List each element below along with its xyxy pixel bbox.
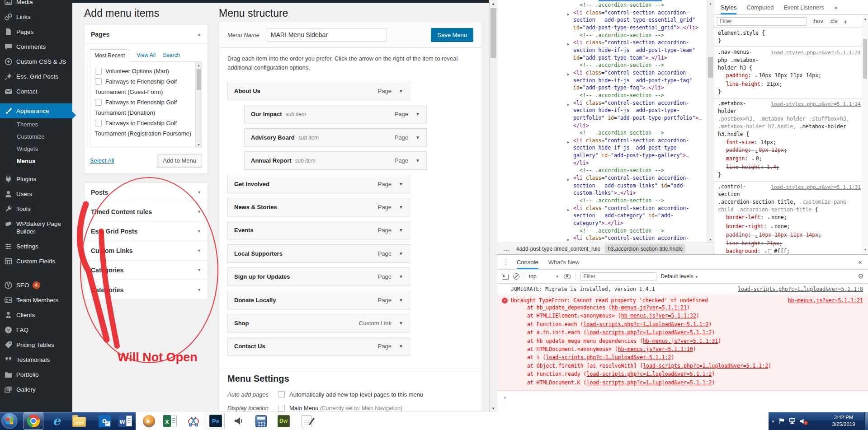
code-line[interactable]: gallery" id="add-post-type-gallery">… bbox=[497, 152, 707, 159]
stylesheet-link[interactable]: load-styles.php…s&ver=5.1.1:31 bbox=[771, 183, 861, 191]
pages-metabox-header[interactable]: Pages ▲ bbox=[85, 25, 208, 44]
menu-item-advisory-board[interactable]: Advisory Boardsub itemPage▼ bbox=[244, 128, 427, 147]
scroll-up-icon[interactable]: ▲ bbox=[707, 0, 714, 6]
metabox-ess-grid-posts[interactable]: Ess. Grid Posts▼ bbox=[85, 222, 208, 241]
console-source-link[interactable]: hb-menus.js?ver=5.1.1:21 bbox=[788, 297, 863, 304]
console-source-link[interactable]: load-scripts.php?c=1…lupload&ver=5.1.1:2 bbox=[587, 329, 712, 336]
sidebar-item-pages[interactable]: Pages bbox=[0, 24, 72, 39]
sidebar-item-clients[interactable]: Clients bbox=[0, 308, 72, 322]
scroll-down-icon[interactable]: ▼ bbox=[707, 236, 714, 243]
code-line[interactable]: </li> bbox=[497, 159, 707, 167]
css-property[interactable]: line-height: 21px; bbox=[718, 240, 860, 248]
css-property[interactable]: line-height: 21px; bbox=[718, 80, 860, 88]
page-checkbox-item[interactable]: Fairways to Friendship Golf Tournament (… bbox=[95, 118, 192, 139]
taskbar-media-player-button[interactable]: ▶ bbox=[140, 412, 158, 430]
breadcrumb-item[interactable]: #add-post-type-timed_content_rule bbox=[514, 244, 603, 253]
css-property[interactable]: margin: ▶0; bbox=[718, 155, 860, 164]
expand-arrow-icon[interactable]: ▶ bbox=[567, 236, 569, 243]
expand-arrow-icon[interactable]: ▶ bbox=[765, 250, 767, 254]
main-menu-checkbox[interactable] bbox=[278, 405, 285, 411]
sidebar-item-settings[interactable]: Settings bbox=[0, 239, 72, 254]
expand-arrow-icon[interactable]: ▼ bbox=[415, 112, 420, 117]
settings-gear-icon[interactable]: ⚙ bbox=[858, 272, 864, 280]
code-line[interactable]: ▶<li class="control-section accordion- bbox=[497, 39, 707, 47]
elements-scrollbar[interactable]: ▲ ▼ bbox=[707, 0, 714, 243]
tab-computed[interactable]: Computed bbox=[746, 0, 774, 14]
tab-styles[interactable]: Styles bbox=[721, 0, 736, 14]
checkbox[interactable] bbox=[95, 78, 102, 85]
taskbar-excel-button[interactable]: x bbox=[161, 412, 179, 430]
menu-item-local-supporters[interactable]: Local SupportersPage▼ bbox=[227, 244, 410, 263]
expand-arrow-icon[interactable]: ▼ bbox=[399, 321, 403, 326]
code-line[interactable]: section hide-if-js add-post-type- bbox=[497, 144, 707, 152]
collapse-arrow-icon[interactable]: ▲ bbox=[197, 32, 201, 37]
metabox-timed-content-rules[interactable]: Timed Content rules▼ bbox=[85, 202, 208, 222]
menu-item-donate-locally[interactable]: Donate LocallyPage▼ bbox=[227, 291, 410, 309]
sidebar-item-pricing-tables[interactable]: Pricing Tables bbox=[0, 337, 72, 352]
menu-item-events[interactable]: EventsPage▼ bbox=[227, 221, 410, 239]
console-filter-input[interactable] bbox=[580, 272, 656, 281]
code-line[interactable]: id="add-post-type-faq">…</li> bbox=[497, 84, 707, 92]
console-source-link[interactable]: load-scripts.php?c=1…lupload&ver=5.1.1:2 bbox=[587, 379, 712, 386]
start-button[interactable] bbox=[1, 413, 18, 429]
code-line[interactable]: ▶<li class="control-section accordion- bbox=[497, 69, 707, 77]
tab-most-recent[interactable]: Most Recent bbox=[90, 49, 129, 62]
scroll-up-icon[interactable]: ▲ bbox=[862, 15, 868, 22]
metabox-posts[interactable]: Posts▼ bbox=[85, 183, 208, 202]
auto-add-checkbox[interactable] bbox=[278, 391, 285, 398]
expand-arrow-icon[interactable]: ▼ bbox=[399, 205, 403, 210]
page-checkbox-item[interactable]: Fairways to Friendship Golf Tournament (… bbox=[95, 97, 192, 118]
taskbar-calculator-button[interactable] bbox=[252, 412, 270, 430]
sidebar-subitem-themes[interactable]: Themes bbox=[0, 118, 72, 131]
execution-context-select[interactable]: top▼ bbox=[529, 273, 559, 280]
dom-tree[interactable]: <!-- .accordion-section -->▶<li class="c… bbox=[497, 0, 707, 243]
code-line[interactable]: ▶<li class="control-section accordion- bbox=[497, 234, 707, 242]
css-property[interactable]: padding: ▶10px 10px 11px 14px; bbox=[718, 72, 860, 80]
sidebar-item-media[interactable]: Media bbox=[0, 0, 72, 9]
taskbar-chrome-button[interactable] bbox=[24, 412, 42, 430]
sidebar-item-plugins[interactable]: Plugins bbox=[0, 172, 72, 187]
expand-arrow-icon[interactable]: ▼ bbox=[197, 229, 201, 234]
log-levels-select[interactable]: Default levels ▼ bbox=[661, 273, 698, 280]
console-source-link[interactable]: load-scripts.php?c=1…lupload&ver=5.1.1:2 bbox=[643, 363, 768, 369]
expand-arrow-icon[interactable]: ▼ bbox=[197, 210, 201, 214]
sidebar-item-faq[interactable]: ?FAQ bbox=[0, 322, 72, 337]
metabox-categories[interactable]: Categories▼ bbox=[85, 261, 208, 280]
code-line[interactable]: <!-- .accordion-section --> bbox=[497, 32, 707, 39]
class-toggle[interactable]: .cls bbox=[829, 18, 838, 24]
sidebar-subitem-widgets[interactable]: Widgets bbox=[0, 143, 72, 155]
expand-arrow-icon[interactable]: ▼ bbox=[197, 268, 201, 272]
code-line[interactable]: section add-post-type-essential_grid" bbox=[497, 16, 707, 24]
menu-name-input[interactable] bbox=[267, 28, 387, 42]
code-line[interactable]: id="add-post-type-team">…</li> bbox=[497, 54, 707, 62]
sidebar-item-comments[interactable]: Comments bbox=[0, 39, 72, 54]
css-property[interactable]: line-height: 1.4; bbox=[718, 164, 860, 171]
expand-arrow-icon[interactable]: ▼ bbox=[399, 251, 403, 256]
expand-arrow-icon[interactable]: ▼ bbox=[399, 344, 403, 349]
scroll-down-icon[interactable]: ▼ bbox=[862, 246, 868, 252]
tab-what-s-new[interactable]: What's New bbox=[548, 255, 580, 269]
code-line[interactable]: section hide-if-js add-post-type-faq" bbox=[497, 77, 707, 84]
tab-search[interactable]: Search bbox=[163, 52, 180, 61]
stylesheet-link[interactable]: load-styles.php…s&ver=5.1.1:24 bbox=[771, 49, 861, 56]
breadcrumb-overflow[interactable]: … bbox=[501, 244, 512, 253]
console-source-link[interactable]: load-scripts.php?c=1…lupload&ver=5.1.1:2 bbox=[546, 354, 671, 360]
live-expression-icon[interactable] bbox=[564, 274, 571, 279]
expand-arrow-icon[interactable]: ▼ bbox=[197, 190, 201, 195]
menu-item-about-us[interactable]: About UsPage▼ bbox=[227, 82, 410, 100]
sidebar-item-team-members[interactable]: Team Members bbox=[0, 293, 72, 308]
sidebar-item-ess-grid-posts[interactable]: Ess. Grid Posts bbox=[0, 69, 72, 84]
code-line[interactable]: section hide-if-js add-post-type- bbox=[497, 107, 707, 114]
checkbox[interactable] bbox=[95, 120, 102, 126]
code-line[interactable]: portfolio" id="add-post-type-portfolio">… bbox=[497, 114, 707, 122]
volume-muted-icon[interactable]: × bbox=[800, 418, 806, 424]
code-line[interactable]: </li> bbox=[497, 122, 707, 130]
sidebar-item-testimonials[interactable]: Testimonials bbox=[0, 352, 72, 367]
code-line[interactable]: section add-category" id="add- bbox=[497, 212, 707, 220]
css-property[interactable]: border-right: ▶none; bbox=[718, 223, 860, 231]
tray-expand-icon[interactable]: ▲ bbox=[771, 419, 775, 423]
code-line[interactable]: <!-- .accordion-section --> bbox=[497, 61, 707, 69]
code-line[interactable]: category">…</li> bbox=[497, 220, 707, 227]
sidebar-item-users[interactable]: Users bbox=[0, 187, 72, 201]
sidebar-item-tools[interactable]: Tools bbox=[0, 201, 72, 216]
